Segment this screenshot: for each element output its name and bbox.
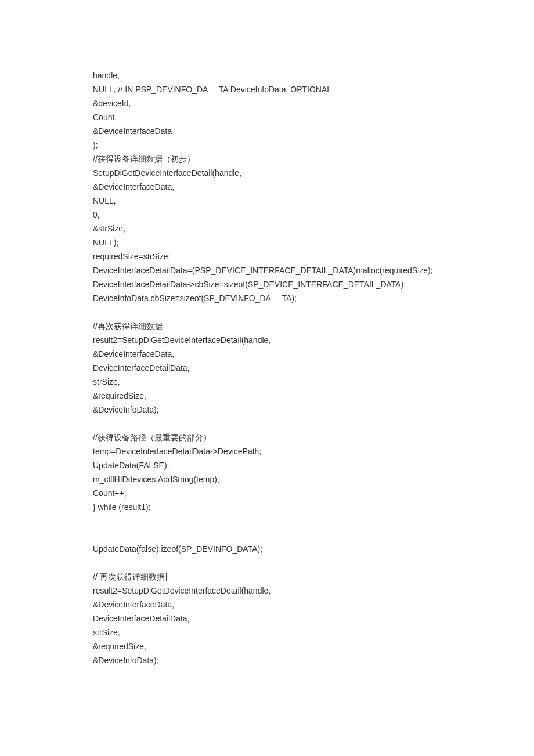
- code-line: DeviceInterfaceDetailData->cbSize=sizeof…: [93, 277, 441, 291]
- code-line: //再次获得详细数据: [93, 319, 441, 333]
- code-line: 0,: [93, 208, 441, 222]
- code-line: DeviceInterfaceDetailData,: [93, 612, 441, 625]
- blank-line: [93, 556, 441, 570]
- code-line: strSize,: [93, 375, 441, 389]
- code-line: strSize,: [93, 625, 441, 639]
- code-line: Count,: [93, 110, 441, 124]
- document-page: handle,NULL, // IN PSP_DEVINFO_DA TA Dev…: [0, 0, 534, 725]
- code-line: &strSize,: [93, 222, 441, 236]
- code-line: SetupDiGetDeviceInterfaceDetail(handle,: [93, 166, 441, 180]
- code-line: //获得设备路径（最重要的部分）: [93, 431, 441, 444]
- code-line: handle,: [93, 68, 441, 82]
- code-line: &DeviceInfoData);: [93, 403, 441, 417]
- code-line: UpdateData(FALSE);: [93, 458, 441, 472]
- code-line: DeviceInterfaceDetailData,: [93, 361, 441, 375]
- code-line: // 再次获得详细数据: [93, 570, 441, 584]
- code-line: &DeviceInterfaceData,: [93, 598, 441, 612]
- code-line: NULL);: [93, 236, 441, 249]
- code-line: &deviceId,: [93, 96, 441, 110]
- blank-line: [93, 514, 441, 528]
- code-line: result2=SetupDiGetDeviceInterfaceDetail(…: [93, 333, 441, 347]
- code-block: handle,NULL, // IN PSP_DEVINFO_DA TA Dev…: [93, 68, 441, 667]
- code-line: &DeviceInfoData);: [93, 653, 441, 667]
- code-line: DeviceInterfaceDetailData=(PSP_DEVICE_IN…: [93, 263, 441, 277]
- code-line: DeviceInfoData.cbSize=sizeof(SP_DEVINFO_…: [93, 291, 441, 305]
- code-line: } while (result1);: [93, 500, 441, 514]
- code-line: &DeviceInterfaceData,: [93, 347, 441, 361]
- blank-line: [93, 417, 441, 431]
- code-line: //获得设备详细数据（初步）: [93, 152, 441, 166]
- code-line: result2=SetupDiGetDeviceInterfaceDetail(…: [93, 584, 441, 598]
- code-line: );: [93, 138, 441, 152]
- code-line: &DeviceInterfaceData,: [93, 180, 441, 194]
- code-line: m_ctllHIDdevices.AddString(temp);: [93, 472, 441, 486]
- blank-line: [93, 528, 441, 542]
- code-line: &requiredSize,: [93, 639, 441, 653]
- code-line: NULL, // IN PSP_DEVINFO_DA TA DeviceInfo…: [93, 82, 441, 96]
- code-line: Count++;: [93, 486, 441, 500]
- code-line: NULL,: [93, 194, 441, 208]
- blank-line: [93, 305, 441, 319]
- text-cursor: [166, 573, 167, 581]
- code-line: requiredSize=strSize;: [93, 249, 441, 263]
- code-line: UpdateData(false);izeof(SP_DEVINFO_DATA)…: [93, 542, 441, 556]
- code-line: temp=DeviceInterfaceDetailData->DevicePa…: [93, 444, 441, 458]
- code-line: &requiredSize,: [93, 389, 441, 403]
- code-line: &DeviceInterfaceData: [93, 124, 441, 138]
